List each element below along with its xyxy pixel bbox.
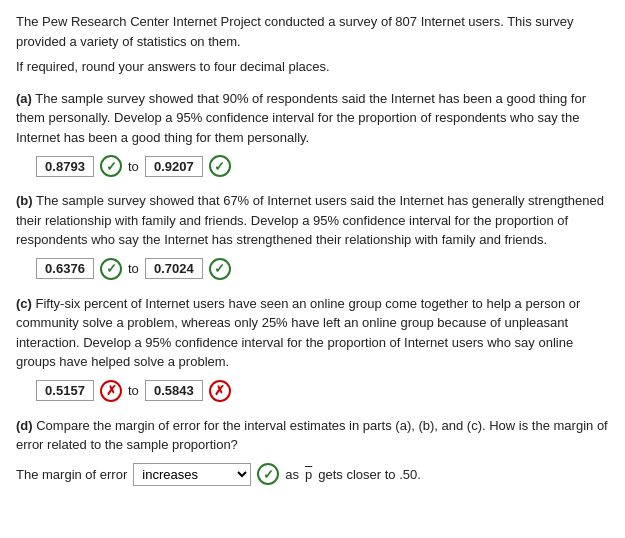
question-c-answer-row: 0.5157 ✗ to 0.5843 ✗ — [36, 380, 609, 402]
question-c-to: to — [128, 383, 139, 398]
question-d: (d) Compare the margin of error for the … — [16, 416, 609, 486]
intro-block: The Pew Research Center Internet Project… — [16, 12, 609, 77]
as-label: as — [285, 467, 299, 482]
question-a: (a) The sample survey showed that 90% of… — [16, 89, 609, 178]
question-d-label: (d) — [16, 418, 33, 433]
question-b-upper: 0.7024 — [145, 258, 203, 279]
question-b-label: (b) — [16, 193, 33, 208]
question-c: (c) Fifty-six percent of Internet users … — [16, 294, 609, 402]
question-d-text: Compare the margin of error for the inte… — [16, 418, 608, 453]
question-c-lower: 0.5157 — [36, 380, 94, 401]
question-a-label: (a) — [16, 91, 32, 106]
question-c-lower-x-icon: ✗ — [100, 380, 122, 402]
question-d-answer-row: The margin of error increasesdecreasesst… — [16, 463, 609, 486]
question-b-to: to — [128, 261, 139, 276]
p-bar-label: p — [305, 467, 312, 482]
question-a-to: to — [128, 159, 139, 174]
question-a-upper-check-icon: ✓ — [209, 155, 231, 177]
question-a-lower-check-icon: ✓ — [100, 155, 122, 177]
intro-text: The Pew Research Center Internet Project… — [16, 12, 609, 51]
question-a-lower: 0.8793 — [36, 156, 94, 177]
round-note: If required, round your answers to four … — [16, 57, 609, 77]
question-c-label: (c) — [16, 296, 32, 311]
closer-to-label: gets closer to .50. — [318, 467, 421, 482]
question-b: (b) The sample survey showed that 67% of… — [16, 191, 609, 280]
question-b-upper-check-icon: ✓ — [209, 258, 231, 280]
question-a-upper: 0.9207 — [145, 156, 203, 177]
increases-dropdown[interactable]: increasesdecreasesstays the same — [133, 463, 251, 486]
question-d-check-icon: ✓ — [257, 463, 279, 485]
margin-of-error-label: The margin of error — [16, 467, 127, 482]
question-b-lower-check-icon: ✓ — [100, 258, 122, 280]
question-b-lower: 0.6376 — [36, 258, 94, 279]
question-a-text: The sample survey showed that 90% of res… — [16, 91, 586, 145]
question-b-answer-row: 0.6376 ✓ to 0.7024 ✓ — [36, 258, 609, 280]
question-c-text: Fifty-six percent of Internet users have… — [16, 296, 580, 370]
question-c-upper-x-icon: ✗ — [209, 380, 231, 402]
question-c-upper: 0.5843 — [145, 380, 203, 401]
question-b-text: The sample survey showed that 67% of Int… — [16, 193, 604, 247]
question-a-answer-row: 0.8793 ✓ to 0.9207 ✓ — [36, 155, 609, 177]
